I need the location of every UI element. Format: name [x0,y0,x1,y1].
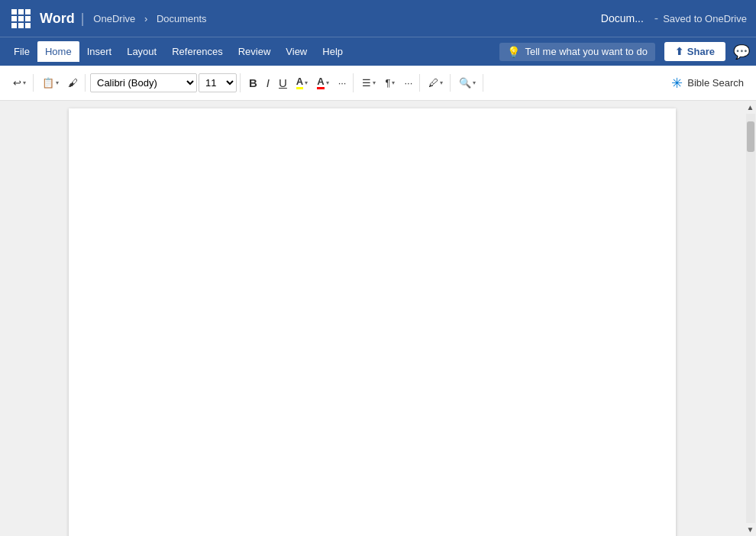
comment-button[interactable]: 💬 [733,44,750,60]
undo-icon: ↩ [13,77,21,89]
font-color-caret: ▾ [326,79,329,86]
font-size-dropdown[interactable]: 11 [199,73,237,92]
toolbar: ↩ ▾ 📋 ▾ 🖌 Calibri (Body) 11 B I U [0,66,756,101]
menu-layout[interactable]: Layout [119,41,164,62]
italic-button[interactable]: I [263,73,273,92]
bible-search-icon: ✳ [671,75,683,92]
document-title: Docum... [601,12,644,24]
app-name: Word [40,11,75,27]
find-icon: 🔍 [459,77,471,89]
clipboard-caret: ▾ [56,79,59,86]
bible-search-button[interactable]: ✳ Bible Search [665,72,750,95]
scroll-thumb[interactable] [747,121,754,152]
title-bar: Word | OneDrive › Documents Docum... - S… [0,0,756,37]
font-group: Calibri (Body) 11 [87,73,241,92]
scroll-down-arrow[interactable]: ▼ [745,523,756,536]
paragraph-caret: ▾ [392,79,395,86]
list-icon: ☰ [362,77,371,89]
clipboard-group: 📋 ▾ 🖌 [35,74,86,92]
more-format-icon: ··· [338,77,347,89]
left-margin [0,101,69,536]
paragraph-button[interactable]: ¶ ▾ [381,74,399,92]
page-container [69,101,745,536]
breadcrumb-part1[interactable]: OneDrive [93,13,135,24]
format-painter-icon: 🖌 [68,77,78,89]
title-dash: - [654,11,658,25]
bold-icon: B [249,76,257,89]
menu-file[interactable]: File [6,41,37,62]
more-para-button[interactable]: ··· [400,74,416,92]
undo-redo-group: ↩ ▾ [6,74,34,92]
save-status: Saved to OneDrive [663,13,747,24]
font-family-dropdown[interactable]: Calibri (Body) [90,73,197,92]
menu-view[interactable]: View [278,41,315,62]
title-separator: | [81,11,85,27]
undo-caret: ▾ [23,79,26,86]
underline-icon: U [279,76,287,89]
paragraph-group: ☰ ▾ ¶ ▾ ··· [355,74,420,92]
sensitivity-icon: 🖊 [428,77,438,89]
menu-home[interactable]: Home [37,41,79,62]
bible-search-label: Bible Search [687,77,744,89]
font-color-button[interactable]: A ▾ [313,73,332,92]
document-area: ▲ ▼ [0,101,756,536]
scroll-track[interactable] [746,114,755,523]
highlight-button[interactable]: A ▾ [292,73,312,92]
underline-button[interactable]: U [275,73,291,92]
menu-help[interactable]: Help [315,41,351,62]
bold-button[interactable]: B [245,73,261,92]
tell-me-label: Tell me what you want to do [525,46,647,57]
sensitivity-group: 🖊 ▾ [422,74,451,92]
highlight-caret: ▾ [305,79,308,86]
vertical-scrollbar[interactable]: ▲ ▼ [745,101,756,536]
breadcrumb[interactable]: OneDrive › Documents [90,13,209,24]
menu-review[interactable]: Review [231,41,279,62]
find-group: 🔍 ▾ [452,74,483,92]
font-color-icon: A [317,76,324,89]
breadcrumb-sep: › [144,13,147,24]
more-format-button[interactable]: ··· [334,74,351,92]
sensitivity-caret: ▾ [440,79,443,86]
share-icon: ⬆ [675,46,683,57]
menu-insert[interactable]: Insert [79,41,120,62]
lightbulb-icon: 💡 [507,46,520,58]
find-button[interactable]: 🔍 ▾ [455,74,480,92]
highlight-icon: A [296,76,303,89]
breadcrumb-part2[interactable]: Documents [157,13,207,24]
grid-icon [11,9,31,28]
clipboard-icon: 📋 [42,77,54,89]
list-button[interactable]: ☰ ▾ [358,74,380,92]
text-format-group: B I U A ▾ A ▾ ··· [242,73,354,92]
tell-me-input[interactable]: 💡 Tell me what you want to do [499,43,654,61]
format-painter-button[interactable]: 🖌 [64,74,82,92]
paragraph-icon: ¶ [385,77,390,89]
sensitivity-button[interactable]: 🖊 ▾ [425,74,447,92]
italic-icon: I [267,76,270,89]
undo-button[interactable]: ↩ ▾ [9,74,30,92]
scroll-up-arrow[interactable]: ▲ [745,101,756,114]
menu-bar: File Home Insert Layout References Revie… [0,37,756,66]
clipboard-button[interactable]: 📋 ▾ [38,74,63,92]
grid-menu-button[interactable] [9,7,32,30]
share-button[interactable]: ⬆ Share [664,42,725,61]
list-caret: ▾ [373,79,376,86]
more-para-icon: ··· [404,77,412,89]
document-page[interactable] [69,108,676,536]
find-caret: ▾ [473,79,476,86]
menu-references[interactable]: References [164,41,230,62]
comment-icon: 💬 [733,44,750,60]
share-label: Share [687,46,715,57]
